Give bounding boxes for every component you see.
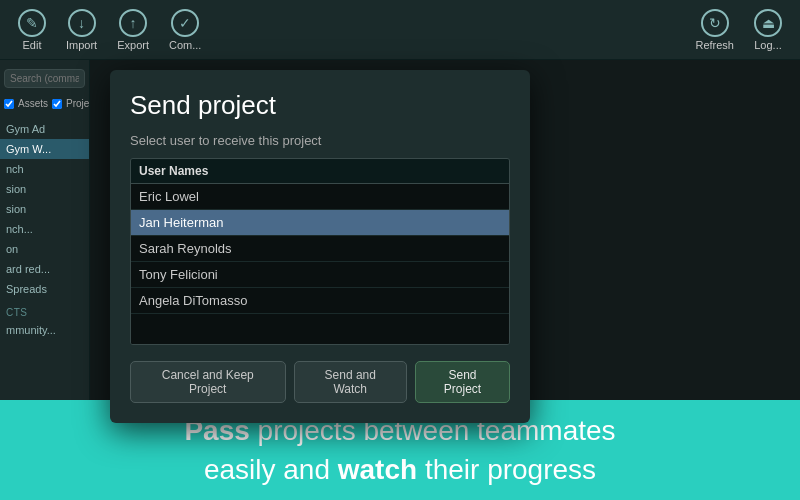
table-header: User Names [131,159,509,184]
table-row[interactable]: Angela DiTomasso [131,288,509,314]
modal-title: Send project [130,90,510,121]
toolbar-item-export[interactable]: ↑ Export [107,5,159,55]
modal-buttons: Cancel and Keep Project Send and Watch S… [130,361,510,403]
toolbar-item-logout[interactable]: ⏏ Log... [744,5,792,55]
sidebar-item-community[interactable]: mmunity... [0,320,89,340]
table-row-empty [131,314,509,344]
send-project-button[interactable]: Send Project [415,361,510,403]
table-row[interactable]: Tony Felicioni [131,262,509,288]
sidebar-item-nch2[interactable]: nch... [0,219,89,239]
banner-bold-watch: watch [338,454,417,485]
projects-label: Projects [66,98,90,109]
toolbar-item-com[interactable]: ✓ Com... [159,5,211,55]
table-row[interactable]: Sarah Reynolds [131,236,509,262]
table-body: Eric Lowel Jan Heiterman Sarah Reynolds … [131,184,509,344]
filter-row: Assets Projects [0,96,89,115]
sidebar-item-nch1[interactable]: nch [0,159,89,179]
banner-normal-3: their progress [425,454,596,485]
send-project-modal: Send project Select user to receive this… [110,70,530,423]
main-content: Send project Select user to receive this… [90,60,800,400]
user-table: User Names Eric Lowel Jan Heiterman Sara… [130,158,510,345]
search-input[interactable] [4,69,85,88]
toolbar-right: ↻ Refresh ⏏ Log... [685,5,792,55]
logout-icon: ⏏ [754,9,782,37]
cancel-keep-button[interactable]: Cancel and Keep Project [130,361,286,403]
sidebar-item-sion1[interactable]: sion [0,179,89,199]
modal-subtitle: Select user to receive this project [130,133,510,148]
import-icon: ↓ [68,9,96,37]
sidebar-item-sion2[interactable]: sion [0,199,89,219]
sidebar-item-on[interactable]: on [0,239,89,259]
banner-normal-2: easily and [204,454,338,485]
sidebar-item-gym-ad[interactable]: Gym Ad [0,119,89,139]
toolbar: ✎ Edit ↓ Import ↑ Export ✓ Com... ↻ Refr… [0,0,800,60]
refresh-icon: ↻ [701,9,729,37]
sidebar-item-gym-w[interactable]: Gym W... [0,139,89,159]
sidebar-section-label: cts [0,299,89,320]
main-layout: Assets Projects Gym Ad Gym W... nch sion… [0,60,800,400]
send-watch-button[interactable]: Send and Watch [294,361,407,403]
assets-label: Assets [18,98,48,109]
sidebar-item-ard[interactable]: ard red... [0,259,89,279]
edit-icon: ✎ [18,9,46,37]
assets-checkbox[interactable] [4,99,14,109]
modal-overlay: Send project Select user to receive this… [90,60,800,400]
toolbar-item-refresh[interactable]: ↻ Refresh [685,5,744,55]
projects-checkbox[interactable] [52,99,62,109]
com-icon: ✓ [171,9,199,37]
sidebar-item-spreads[interactable]: Spreads [0,279,89,299]
sidebar: Assets Projects Gym Ad Gym W... nch sion… [0,60,90,400]
export-icon: ↑ [119,9,147,37]
toolbar-item-edit[interactable]: ✎ Edit [8,5,56,55]
table-row[interactable]: Jan Heiterman [131,210,509,236]
sidebar-items: Gym Ad Gym W... nch sion sion nch... on … [0,115,89,299]
toolbar-item-import[interactable]: ↓ Import [56,5,107,55]
table-row[interactable]: Eric Lowel [131,184,509,210]
